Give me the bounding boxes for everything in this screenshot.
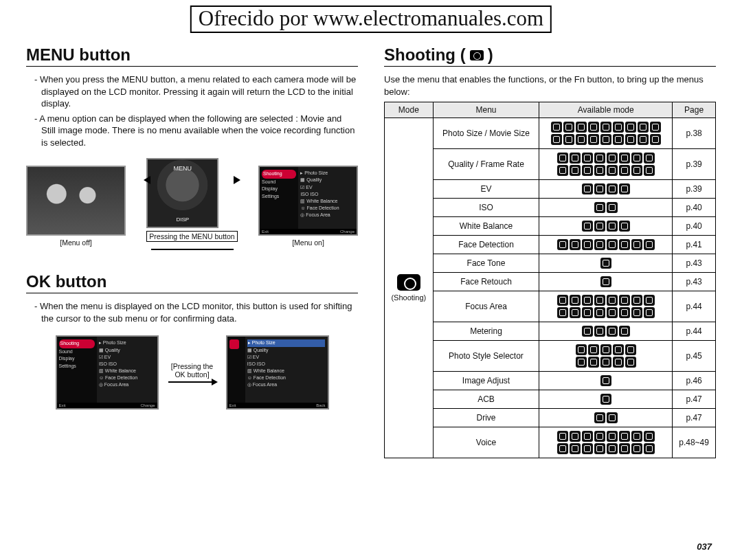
menu-cell: Quality / Frame Rate (433, 149, 539, 180)
table-row: EVp.39 (385, 180, 716, 199)
shooting-heading: Shooting ( ) (384, 45, 716, 67)
mode-icon (619, 221, 630, 232)
menu-cell: Metering (433, 322, 539, 341)
menu-side-shooting: Shooting (262, 170, 296, 179)
table-row: Face Retouchp.43 (385, 273, 716, 291)
mode-icon (557, 295, 568, 306)
dial-menu-label: MENU (174, 165, 192, 172)
mode-icon (607, 202, 618, 213)
ok-button-heading: OK button (26, 272, 358, 293)
lcd-photo-preview (26, 166, 126, 236)
page-cell: p.40 (673, 199, 716, 217)
menu-side-settings: Settings (59, 363, 95, 370)
page-number: 037 (697, 541, 712, 552)
available-mode-icons (539, 273, 673, 291)
mode-icon (625, 357, 636, 368)
mode-icon (607, 239, 618, 250)
available-mode-icons (539, 409, 673, 427)
menu-paragraph-2: - A menu option can be displayed when th… (41, 113, 358, 149)
mode-icon (588, 357, 599, 368)
mode-icon (607, 165, 618, 176)
mode-icon (625, 122, 636, 133)
mode-icon (600, 276, 611, 287)
mode-icon (570, 153, 581, 164)
menu-cell: Face Tone (433, 254, 539, 273)
table-row: Image Adjustp.46 (385, 372, 716, 390)
menu-side-display: Display (262, 186, 296, 193)
mode-icon (631, 431, 642, 442)
menu-side-sound: Sound (262, 179, 296, 186)
available-mode-icons (539, 149, 673, 180)
available-mode-icons (539, 372, 673, 390)
menu-toggle-arrow: MENU DISP Pressing the MENU button (146, 158, 237, 254)
menu-side-sound: Sound (59, 348, 95, 356)
source-watermark: Ofrecido por www.electromanuales.com (190, 5, 552, 33)
table-row: Focus Areap.44 (385, 291, 716, 322)
mode-icon (619, 153, 630, 164)
menu-item: ☑ EV (300, 184, 355, 191)
table-row: ISOp.40 (385, 199, 716, 217)
page-cell: p.46 (673, 372, 716, 390)
table-row: Face Detectionp.41 (385, 236, 716, 254)
menu-side-display: Display (59, 355, 95, 363)
mode-icon (570, 165, 581, 176)
mode-icon (607, 443, 618, 454)
menu-cell: Photo Style Selector (433, 341, 539, 372)
shooting-intro: Use the menu that enables the functions,… (384, 74, 716, 98)
th-page: Page (673, 102, 716, 118)
mode-icon (600, 394, 611, 405)
mode-icon (600, 122, 611, 133)
mode-icon (644, 295, 655, 306)
page-cell: p.38 (673, 118, 716, 149)
mode-icon (607, 326, 618, 337)
mode-icon (600, 375, 611, 386)
mode-icon (588, 344, 599, 355)
mode-icon (582, 153, 593, 164)
mode-icon (619, 443, 630, 454)
mode-icon (588, 134, 599, 145)
mode-icon (619, 307, 630, 318)
mode-icon (594, 183, 605, 194)
mode-icon (607, 295, 618, 306)
menu-cell: ACB (433, 390, 539, 409)
mode-icon (619, 295, 630, 306)
mode-icon (557, 431, 568, 442)
menu-side-settings: Settings (262, 193, 296, 201)
mode-icon (650, 134, 661, 145)
table-row: White Balancep.40 (385, 217, 716, 236)
mode-icon (644, 153, 655, 164)
mode-icon (607, 412, 618, 423)
menu-paragraph-1: - When you press the MENU button, a menu… (41, 74, 358, 110)
menu-item: ☺ Face Detection (300, 205, 355, 212)
lcd-ok-after: ▸ Photo Size ▦ Quality ☑ EV ISO ISO ▥ Wh… (226, 335, 329, 410)
mode-icon (613, 122, 624, 133)
table-row: Voicep.48~49 (385, 427, 716, 458)
ok-figure-row: Shooting Sound Display Settings ▸ Photo … (26, 335, 358, 410)
caption-menu-off: [Menu off] (26, 238, 126, 247)
mode-icon (588, 122, 599, 133)
mode-icon (625, 344, 636, 355)
mode-icon (644, 431, 655, 442)
available-mode-icons (539, 118, 673, 149)
mode-icon (607, 431, 618, 442)
shooting-heading-close: ) (488, 45, 493, 65)
ok-caption-l2: OK button] (168, 370, 216, 379)
table-row: Quality / Frame Ratep.39 (385, 149, 716, 180)
camera-dial-illustration: MENU DISP (146, 158, 218, 228)
table-row: Drivep.47 (385, 409, 716, 427)
mode-icon (619, 183, 630, 194)
page-cell: p.39 (673, 149, 716, 180)
available-mode-icons (539, 217, 673, 236)
menu-item: ▥ White Balance (300, 198, 355, 205)
caption-menu-on: [Menu on] (258, 238, 358, 247)
menu-item: ISO ISO (300, 191, 355, 198)
menu-cell: White Balance (433, 217, 539, 236)
mode-icon (563, 134, 574, 145)
mode-icon (631, 165, 642, 176)
menu-cell: Photo Size / Movie Size (433, 118, 539, 149)
mode-icon (582, 443, 593, 454)
mode-icon (619, 431, 630, 442)
mode-icon (607, 307, 618, 318)
mode-icon (613, 344, 624, 355)
mode-icon (594, 295, 605, 306)
